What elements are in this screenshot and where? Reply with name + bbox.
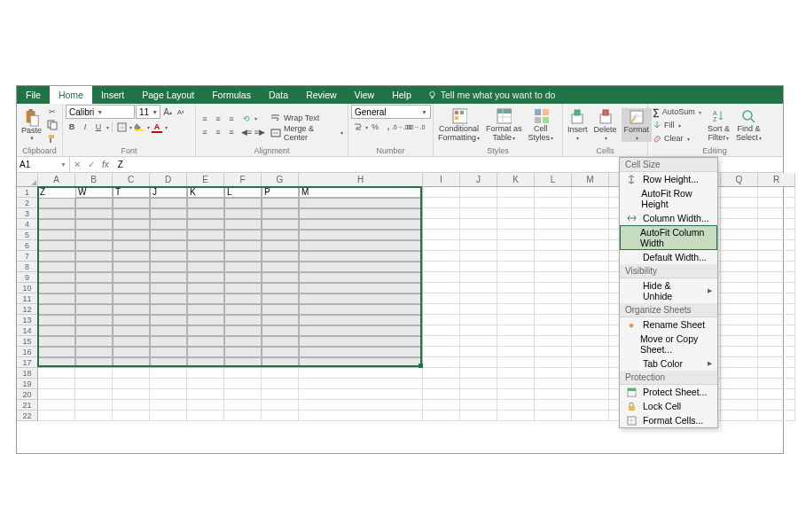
cell[interactable] [497,251,535,262]
format-cells-button[interactable]: Format▾ [622,108,653,142]
cell[interactable] [150,208,187,219]
cell[interactable] [423,219,460,230]
cell[interactable] [262,240,299,251]
tab-page-layout[interactable]: Page Layout [133,86,203,104]
cell[interactable] [572,251,609,262]
cell[interactable] [150,336,187,347]
row-header[interactable]: 2 [17,198,38,208]
menu-tab-color[interactable]: Tab Color▶ [620,356,717,371]
cell[interactable] [38,272,75,283]
cell[interactable] [535,283,572,293]
row-header[interactable]: 22 [17,411,38,421]
cell[interactable] [187,198,224,208]
cell[interactable] [460,240,497,251]
cell[interactable] [75,208,113,219]
percent-button[interactable]: % [369,121,381,133]
cell[interactable] [38,251,75,262]
borders-button[interactable] [115,121,128,133]
cell[interactable] [535,325,572,336]
cell[interactable] [721,368,758,379]
column-header[interactable]: Q [721,173,758,187]
decrease-indent-button[interactable]: ◀≡ [240,126,253,138]
cell[interactable] [721,357,758,368]
align-bottom-button[interactable]: ≡ [225,113,238,125]
cell[interactable] [38,379,75,389]
cell[interactable] [721,208,758,219]
cell[interactable] [38,368,75,379]
cell[interactable] [299,283,423,293]
cell[interactable] [460,262,497,272]
cell[interactable] [224,357,262,368]
cell[interactable] [262,315,299,325]
cell[interactable] [150,347,187,357]
cell[interactable] [150,304,187,315]
cell[interactable] [299,251,423,262]
cell[interactable] [758,379,795,389]
cell[interactable] [224,347,262,357]
cell[interactable] [721,283,758,293]
row-header[interactable]: 7 [17,251,38,262]
cell[interactable] [150,272,187,283]
cell[interactable] [38,240,75,251]
cell[interactable] [299,368,423,379]
cell[interactable] [224,336,262,347]
menu-row-height[interactable]: Row Height... [620,172,717,186]
cell[interactable] [758,357,795,368]
cell[interactable] [187,411,224,421]
cell[interactable] [75,379,113,389]
cell[interactable] [262,347,299,357]
cell[interactable] [721,411,758,421]
cell[interactable] [572,272,609,283]
cell[interactable] [497,293,535,304]
find-select-button[interactable]: Find &Select▾ [734,108,763,143]
cell[interactable] [75,336,113,347]
cell[interactable] [38,336,75,347]
cell[interactable] [535,379,572,389]
cell[interactable] [758,283,795,293]
cell[interactable] [423,389,460,400]
cell[interactable] [75,293,113,304]
column-header[interactable]: D [150,173,187,187]
cell[interactable] [262,198,299,208]
cell[interactable] [758,251,795,262]
cell[interactable] [572,230,609,240]
cell[interactable] [38,208,75,219]
cell[interactable] [187,400,224,411]
cell[interactable]: T [113,187,150,198]
cell[interactable] [75,283,113,293]
cell[interactable] [497,325,535,336]
underline-button[interactable]: U [92,121,105,133]
cell[interactable] [262,357,299,368]
column-header[interactable]: F [224,173,262,187]
cell[interactable] [75,251,113,262]
row-header[interactable]: 1 [17,187,38,198]
autosum-button[interactable]: ∑AutoSum▾ [651,106,703,118]
cell[interactable] [150,315,187,325]
cell[interactable] [497,315,535,325]
cell[interactable] [113,304,150,315]
cell[interactable] [299,411,423,421]
format-as-table-button[interactable]: Format asTable▾ [484,108,524,143]
cell[interactable] [262,400,299,411]
italic-button[interactable]: I [79,121,91,133]
tab-review[interactable]: Review [297,86,345,104]
cell[interactable] [187,304,224,315]
cell[interactable] [758,325,795,336]
cell[interactable] [721,262,758,272]
cell[interactable] [150,262,187,272]
cell[interactable] [299,240,423,251]
cell[interactable]: J [150,187,187,198]
row-header[interactable]: 5 [17,230,38,240]
cell[interactable] [75,411,113,421]
row-header[interactable]: 6 [17,240,38,251]
cell[interactable] [224,283,262,293]
cell[interactable] [758,411,795,421]
cell[interactable] [224,198,262,208]
row-header[interactable]: 10 [17,283,38,293]
cell[interactable] [224,262,262,272]
menu-move-copy-sheet[interactable]: Move or Copy Sheet... [620,332,717,356]
column-header[interactable]: L [535,173,572,187]
cell[interactable] [75,347,113,357]
cell[interactable] [497,187,535,198]
menu-column-width[interactable]: Column Width... [620,211,717,225]
